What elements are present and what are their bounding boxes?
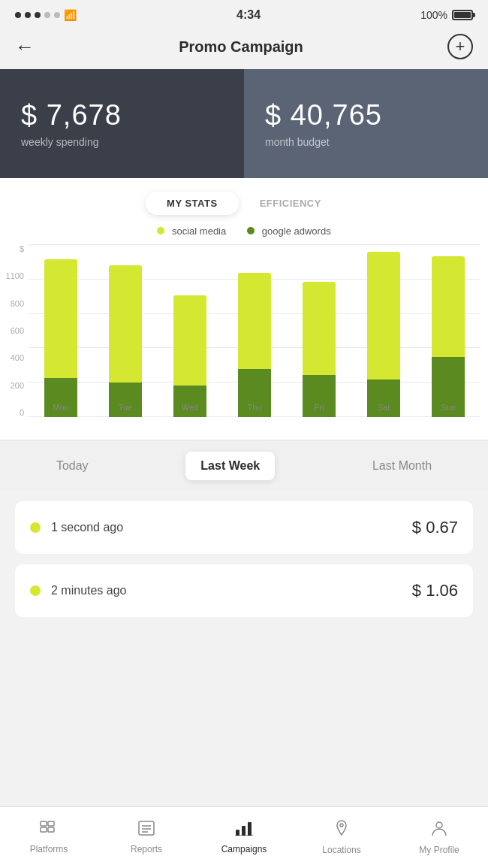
svg-rect-1 xyxy=(48,821,54,826)
weekly-spending-amount: $ 7,678 xyxy=(21,99,122,132)
month-budget-label: month budget xyxy=(265,136,330,148)
y-200: 200 xyxy=(11,381,24,390)
svg-rect-8 xyxy=(236,830,239,836)
activity-item-2: 2 minutes ago $ 1.06 xyxy=(15,564,473,617)
battery-fill xyxy=(454,12,471,18)
y-400: 400 xyxy=(11,353,24,362)
nav-item-myprofile[interactable]: My Profile xyxy=(390,820,488,855)
y-0: 0 xyxy=(20,408,24,417)
bars-row: Mon Tue Wed xyxy=(29,244,480,440)
chart-tabs: MY STATS EFFICIENCY xyxy=(0,192,488,215)
bar-top-tue xyxy=(109,265,142,383)
signal-dot-3 xyxy=(35,12,41,18)
filter-last-month[interactable]: Last Month xyxy=(357,452,447,480)
bar-label-mon: Mon xyxy=(29,398,93,417)
bar-chart: $ 1100 800 600 400 200 0 xyxy=(0,244,488,440)
weekly-spending-card: $ 7,678 weekly spending xyxy=(0,69,244,178)
legend-label-google: google adwords xyxy=(262,225,331,237)
bar-top-sat xyxy=(367,252,400,380)
status-left: 📶 xyxy=(15,9,77,21)
back-button[interactable]: ← xyxy=(15,35,35,59)
signal-dot-4 xyxy=(44,12,50,18)
bar-group-mon: Mon xyxy=(29,259,93,417)
bar-label-thu: Thu xyxy=(222,398,287,417)
legend-label-social: social media xyxy=(172,225,226,237)
activity-section: 1 second ago $ 0.67 2 minutes ago $ 1.06 xyxy=(0,501,488,617)
bar-group-sun: Sun xyxy=(416,256,480,417)
nav-bar: ← Promo Campaign + xyxy=(0,27,488,69)
month-budget-amount: $ 40,765 xyxy=(265,99,382,132)
battery-percent: 100% xyxy=(420,9,447,21)
legend-google-adwords: google adwords xyxy=(247,225,330,237)
svg-rect-3 xyxy=(48,827,54,832)
bar-top-sun xyxy=(432,256,465,357)
status-right: 100% xyxy=(420,9,473,21)
bar-top-mon xyxy=(44,259,77,378)
svg-rect-9 xyxy=(242,826,246,836)
signal-dot-1 xyxy=(15,12,21,18)
bar-group-sat: Sat xyxy=(351,252,416,417)
bar-stacked-sun xyxy=(432,256,465,417)
status-bar: 📶 4:34 100% xyxy=(0,0,488,27)
reports-icon xyxy=(138,821,155,840)
activity-left-2: 2 minutes ago xyxy=(30,584,127,597)
filter-today[interactable]: Today xyxy=(41,452,104,480)
nav-item-reports[interactable]: Reports xyxy=(98,821,195,854)
time-filter: Today Last Week Last Month xyxy=(0,440,488,491)
bar-group-tue: Tue xyxy=(93,265,158,417)
activity-time-1: 1 second ago xyxy=(51,521,123,534)
chart-legend: social media google adwords xyxy=(0,225,488,237)
bar-top-wed xyxy=(173,295,206,386)
svg-rect-4 xyxy=(139,821,154,835)
activity-dot-2 xyxy=(30,585,41,596)
battery-icon xyxy=(452,10,473,20)
platforms-label: Platforms xyxy=(30,844,68,854)
campaigns-label: Campaigns xyxy=(221,844,267,854)
bar-stacked-sat xyxy=(367,252,400,417)
campaigns-icon xyxy=(235,821,253,840)
svg-point-13 xyxy=(436,822,442,828)
nav-item-platforms[interactable]: Platforms xyxy=(0,821,98,854)
legend-dot-yellow xyxy=(157,227,164,234)
bar-top-thu xyxy=(238,273,271,369)
y-dollar: $ xyxy=(20,244,24,253)
bar-group-thu: Thu xyxy=(222,273,287,417)
bar-label-sat: Sat xyxy=(351,398,416,417)
tab-efficiency[interactable]: EFFICIENCY xyxy=(239,192,342,215)
locations-icon xyxy=(335,820,348,841)
svg-point-12 xyxy=(340,824,343,827)
y-800: 800 xyxy=(11,299,24,308)
nav-item-campaigns[interactable]: Campaigns xyxy=(195,821,293,854)
activity-dot-1 xyxy=(30,522,41,533)
svg-rect-10 xyxy=(248,822,252,836)
bar-group-wed: Wed xyxy=(158,295,222,417)
y-1100: 1100 xyxy=(6,271,24,280)
activity-item-1: 1 second ago $ 0.67 xyxy=(15,501,473,554)
filter-last-week[interactable]: Last Week xyxy=(185,452,275,480)
reports-label: Reports xyxy=(131,844,162,854)
bar-top-fri xyxy=(303,282,336,375)
myprofile-label: My Profile xyxy=(419,845,459,855)
locations-label: Locations xyxy=(322,845,360,855)
bar-label-fri: Fri xyxy=(287,398,351,417)
bar-stacked-fri xyxy=(303,282,336,417)
legend-social-media: social media xyxy=(157,225,226,237)
activity-amount-2: $ 1.06 xyxy=(412,581,458,600)
signal-dot-2 xyxy=(25,12,31,18)
tab-my-stats[interactable]: MY STATS xyxy=(146,192,239,215)
myprofile-icon xyxy=(432,820,447,841)
svg-rect-0 xyxy=(41,821,47,826)
bar-label-wed: Wed xyxy=(158,398,222,417)
legend-dot-green xyxy=(247,227,255,234)
bottom-nav: Platforms Reports Campaigns xyxy=(0,806,488,868)
status-time: 4:34 xyxy=(236,8,261,22)
svg-rect-2 xyxy=(41,827,47,832)
nav-item-locations[interactable]: Locations xyxy=(293,820,390,855)
activity-left-1: 1 second ago xyxy=(30,521,123,534)
y-600: 600 xyxy=(11,326,24,335)
bar-stacked-mon xyxy=(44,259,77,417)
bar-label-sun: Sun xyxy=(416,398,480,417)
y-axis: $ 1100 800 600 400 200 0 xyxy=(0,244,29,417)
activity-amount-1: $ 0.67 xyxy=(412,518,458,537)
add-button[interactable]: + xyxy=(447,34,473,59)
